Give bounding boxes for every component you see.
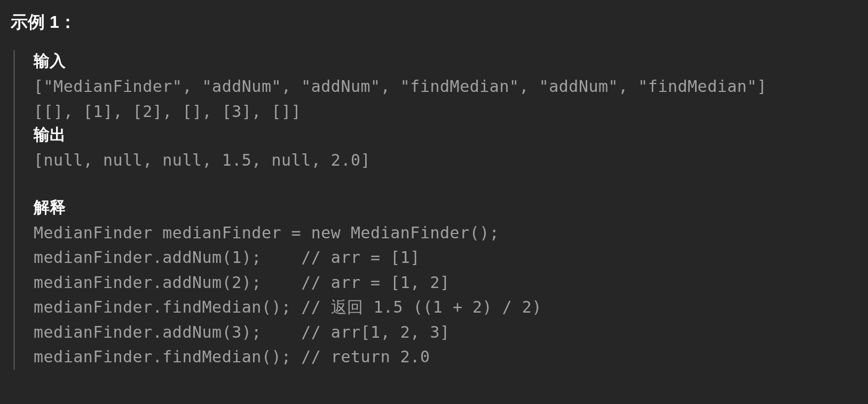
explanation-line-4: medianFinder.addNum(3); // arr[1, 2, 3]: [34, 320, 857, 345]
explanation-label: 解释: [34, 197, 857, 219]
input-label: 输入: [34, 50, 857, 72]
explanation-line-0: MedianFinder medianFinder = new MedianFi…: [34, 221, 857, 246]
example-block: 输入 ["MedianFinder", "addNum", "addNum", …: [13, 50, 857, 370]
output-line-0: [null, null, null, 1.5, null, 2.0]: [34, 148, 857, 173]
explanation-line-3: medianFinder.findMedian(); // 返回 1.5 ((1…: [34, 295, 857, 320]
explanation-line-2: medianFinder.addNum(2); // arr = [1, 2]: [34, 270, 857, 296]
input-line-1: [[], [1], [2], [], [3], []]: [34, 99, 857, 125]
input-line-0: ["MedianFinder", "addNum", "addNum", "fi…: [34, 74, 857, 99]
explanation-line-5: medianFinder.findMedian(); // return 2.0: [34, 345, 857, 370]
explanation-line-1: medianFinder.addNum(1); // arr = [1]: [34, 245, 857, 270]
output-label: 输出: [34, 124, 857, 146]
example-heading: 示例 1：: [11, 11, 857, 34]
